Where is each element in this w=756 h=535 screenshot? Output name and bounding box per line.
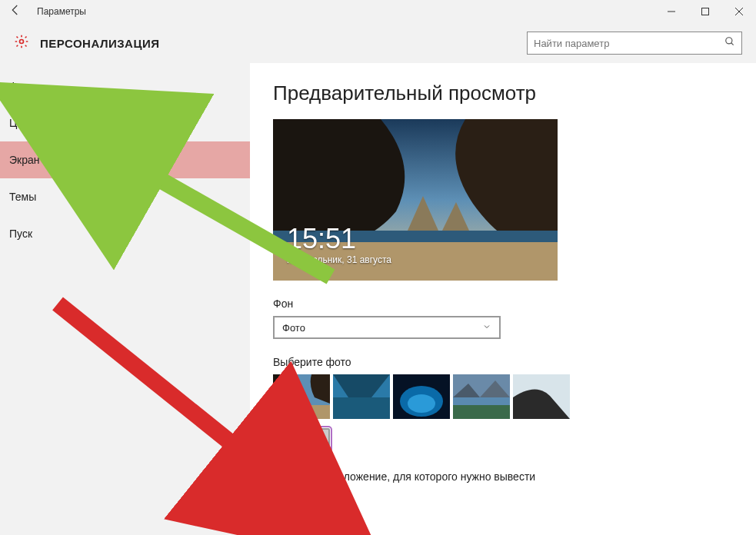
sidebar-item-label: Темы (9, 191, 36, 203)
sidebar-item-background[interactable]: Фон (0, 68, 250, 105)
titlebar: Параметры (0, 0, 756, 23)
gear-icon (14, 34, 29, 52)
chevron-down-icon (482, 322, 491, 334)
search-box[interactable] (527, 32, 742, 55)
svg-rect-1 (702, 8, 709, 15)
sidebar-item-label: Пуск (9, 228, 32, 240)
sidebar-item-label: Экран блокировки (9, 154, 100, 166)
svg-point-5 (726, 38, 732, 44)
svg-rect-11 (273, 405, 330, 419)
photo-thumb-1[interactable] (273, 374, 330, 419)
maximize-button[interactable] (688, 0, 722, 23)
svg-line-6 (731, 43, 734, 45)
preview-date: понедельник, 31 августа (287, 254, 391, 265)
svg-point-16 (408, 394, 435, 413)
photo-thumb-3[interactable] (393, 374, 450, 419)
sidebar-item-themes[interactable]: Темы (0, 178, 250, 215)
header: ПЕРСОНАЛИЗАЦИЯ (0, 23, 756, 63)
window-title: Параметры (31, 6, 86, 17)
choose-photo-label: Выберите фото (273, 356, 733, 368)
sidebar-item-label: Фон (9, 80, 29, 92)
background-label: Фон (273, 297, 733, 310)
preview-time: 15:51 (287, 225, 391, 253)
lockscreen-preview: 15:51 понедельник, 31 августа (273, 119, 558, 281)
sidebar-item-start[interactable]: Пуск (0, 215, 250, 252)
background-dropdown[interactable]: Фото (273, 316, 501, 339)
close-button[interactable] (722, 0, 756, 23)
preview-heading: Предварительный просмотр (273, 81, 733, 105)
photo-thumbnails (273, 374, 733, 419)
content: Предварительный просмотр 15:51 понедельн… (250, 63, 756, 535)
minimize-button[interactable] (654, 0, 688, 23)
svg-point-4 (20, 40, 24, 44)
sidebar-item-colors[interactable]: Цвета (0, 105, 250, 141)
photo-thumb-5[interactable] (513, 374, 570, 419)
app-section-text: Выберите приложение, для которого нужно … (273, 470, 733, 483)
browse-button[interactable]: Обзор (273, 428, 330, 450)
sidebar: Фон Цвета Экран блокировки Темы Пуск (0, 63, 250, 535)
sidebar-item-lockscreen[interactable]: Экран блокировки (0, 141, 250, 178)
photo-thumb-2[interactable] (333, 374, 390, 419)
dropdown-value: Фото (282, 322, 305, 334)
search-input[interactable] (534, 38, 724, 49)
svg-rect-13 (333, 397, 390, 419)
page-heading: ПЕРСОНАЛИЗАЦИЯ (40, 37, 159, 50)
sidebar-item-label: Цвета (9, 117, 39, 129)
back-button[interactable] (0, 3, 31, 20)
photo-thumb-4[interactable] (453, 374, 510, 419)
search-icon (724, 36, 735, 50)
svg-rect-19 (453, 397, 510, 405)
